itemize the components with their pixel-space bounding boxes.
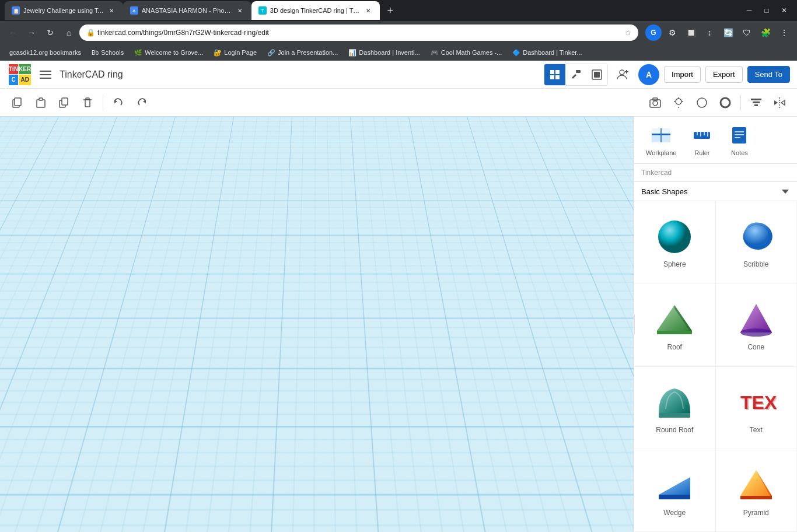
notes-label: Notes xyxy=(731,149,748,156)
bookmark-gcasdk[interactable]: gcasdk12.org bookmarks xyxy=(5,48,86,57)
redo-tool[interactable] xyxy=(131,92,152,113)
bookmark-login[interactable]: 🔐 Login Page xyxy=(209,48,261,58)
close-button[interactable]: ✕ xyxy=(776,2,792,19)
shape-text[interactable]: TEXT TEXT Text xyxy=(716,367,798,450)
ext-icon-6[interactable]: 🧩 xyxy=(757,24,774,41)
snap-grid-control[interactable]: Snap Grid 1/8 in xyxy=(557,514,627,528)
camera-tool[interactable] xyxy=(645,92,666,113)
address-bar-row: ← → ↻ ⌂ 🔒 tinkercad.com/things/0mrG8n7rG… xyxy=(0,21,797,44)
tab-1-close[interactable]: ✕ xyxy=(107,6,116,15)
shape-roof[interactable]: Roof xyxy=(634,284,716,367)
ext-icon-1[interactable]: ⚙ xyxy=(664,24,680,41)
bookmark-grove-favicon: 🌿 xyxy=(134,49,142,57)
svg-rect-9 xyxy=(576,70,581,73)
more-button[interactable]: ⋮ xyxy=(776,24,792,41)
wedge-label: Wedge xyxy=(663,509,686,517)
settings-btn[interactable] xyxy=(9,271,28,289)
minimize-button[interactable]: ─ xyxy=(741,2,757,19)
ruler-button[interactable]: Ruler xyxy=(686,121,718,159)
profile-icon[interactable]: G xyxy=(645,24,662,41)
bookmark-join-favicon: 🔗 xyxy=(267,49,275,57)
layers-view-btn[interactable] xyxy=(586,64,607,85)
tab-3[interactable]: T 3D design TinkerCAD ring | Tink... ✕ xyxy=(251,1,380,20)
shape-pyramid[interactable]: Pyramid xyxy=(716,449,798,532)
bookmark-grove[interactable]: 🌿 Welcome to Grove... xyxy=(130,48,208,58)
svg-marker-66 xyxy=(782,190,789,194)
browser-extension-icons: G ⚙ 🔲 ↕ 🔄 🛡 🧩 ⋮ xyxy=(645,24,792,41)
undo-tool[interactable] xyxy=(108,92,129,113)
forward-button[interactable]: → xyxy=(23,24,40,41)
reload-button[interactable]: ↻ xyxy=(42,24,58,41)
light-tool[interactable] xyxy=(668,92,689,113)
back-button[interactable]: ← xyxy=(5,24,21,41)
bookmark-coolmath[interactable]: 🎮 Cool Math Games -... xyxy=(426,48,507,58)
star-icon[interactable]: ☆ xyxy=(625,29,631,37)
tab-1-favicon: 📋 xyxy=(12,6,20,15)
browser-chrome: 📋 Jewelry Challenge using T... ✕ A ANAST… xyxy=(0,0,797,61)
copy-tool[interactable] xyxy=(7,92,28,113)
roof-image xyxy=(651,299,698,340)
ext-icon-4[interactable]: 🔄 xyxy=(720,24,736,41)
address-bar[interactable]: 🔒 tinkercad.com/things/0mrG8n7rG2W-tinke… xyxy=(79,24,638,41)
menu-icon[interactable] xyxy=(36,65,55,84)
shape-scribble[interactable]: Scribble xyxy=(716,201,798,284)
workplane-button[interactable]: Workplane xyxy=(641,121,681,159)
svg-rect-2 xyxy=(40,71,51,72)
bookmark-login-favicon: 🔐 xyxy=(214,49,222,57)
bookmark-dashboard-inv[interactable]: 📊 Dashboard | Inventi... xyxy=(344,48,424,58)
paste-tool[interactable] xyxy=(30,92,51,113)
ring-3d-object[interactable] xyxy=(216,368,309,446)
svg-rect-8 xyxy=(555,75,560,79)
zoom-in-btn[interactable]: + xyxy=(9,229,28,247)
zoom-out-btn[interactable]: − xyxy=(9,250,28,268)
circle-tool[interactable] xyxy=(691,92,712,113)
tab-2-close[interactable]: ✕ xyxy=(235,6,244,15)
bookmark-schools[interactable]: Bb Schools xyxy=(87,48,128,57)
bookmark-join[interactable]: 🔗 Join a Presentation... xyxy=(263,48,342,58)
import-button[interactable]: Import xyxy=(664,66,701,83)
bookmark-dashboard-tk[interactable]: 🔷 Dashboard | Tinker... xyxy=(508,48,586,58)
duplicate-tool[interactable] xyxy=(54,92,75,113)
mirror-tool[interactable] xyxy=(769,92,790,113)
tab-3-close[interactable]: ✕ xyxy=(363,6,373,15)
category-dropdown-icon[interactable] xyxy=(781,187,790,196)
shape-sphere[interactable]: Sphere xyxy=(634,201,716,284)
add-user-btn[interactable] xyxy=(613,64,634,85)
svg-text:TEXT: TEXT xyxy=(742,393,777,414)
shapes-category-row[interactable]: Basic Shapes xyxy=(634,182,797,201)
export-button[interactable]: Export xyxy=(705,66,743,83)
ring-tool[interactable] xyxy=(715,92,736,113)
edit-grid-button[interactable]: Edit Grid xyxy=(510,514,550,528)
right-panel: Workplane Rule xyxy=(634,117,797,532)
ext-icon-3[interactable]: ↕ xyxy=(701,24,718,41)
new-tab-button[interactable]: + xyxy=(382,2,398,19)
snap-up-icon[interactable] xyxy=(616,519,621,524)
home-button[interactable]: ⌂ xyxy=(61,24,77,41)
hammer-view-btn[interactable] xyxy=(565,64,586,85)
home-view-btn[interactable]: ⌂ xyxy=(9,187,28,205)
shape-cone[interactable]: Cone xyxy=(716,284,798,367)
fit-view-btn[interactable] xyxy=(9,208,28,226)
tinkercad-logo: TIN KER C AD xyxy=(7,62,32,87)
shape-round-roof[interactable]: Round Roof xyxy=(634,367,716,450)
tab-2[interactable]: A ANASTASIA HARMON - Photo D... ✕ xyxy=(123,1,251,20)
ruler-icon xyxy=(690,124,714,147)
grid-view-btn[interactable] xyxy=(544,64,565,85)
send-to-button[interactable]: Send To xyxy=(747,66,790,83)
bookmark-schools-label: Bb xyxy=(92,50,99,56)
ext-icon-2[interactable]: 🔲 xyxy=(683,24,699,41)
panel-collapse-button[interactable]: › xyxy=(623,313,635,336)
notes-button[interactable]: Notes xyxy=(723,121,756,159)
svg-point-12 xyxy=(620,70,624,75)
maximize-button[interactable]: □ xyxy=(758,2,775,19)
view-cube[interactable]: TOP FRONT xyxy=(18,128,64,175)
svg-point-72 xyxy=(740,328,772,337)
cube-box[interactable]: TOP FRONT xyxy=(18,128,64,175)
align-tool[interactable] xyxy=(746,92,767,113)
user-avatar[interactable]: A xyxy=(638,64,659,85)
shape-wedge[interactable]: Wedge xyxy=(634,449,716,532)
tab-1[interactable]: 📋 Jewelry Challenge using T... ✕ xyxy=(5,1,123,20)
viewport[interactable]: TOP FRONT ⌂ + − xyxy=(0,117,634,532)
delete-tool[interactable] xyxy=(77,92,98,113)
ext-icon-5[interactable]: 🛡 xyxy=(739,24,755,41)
